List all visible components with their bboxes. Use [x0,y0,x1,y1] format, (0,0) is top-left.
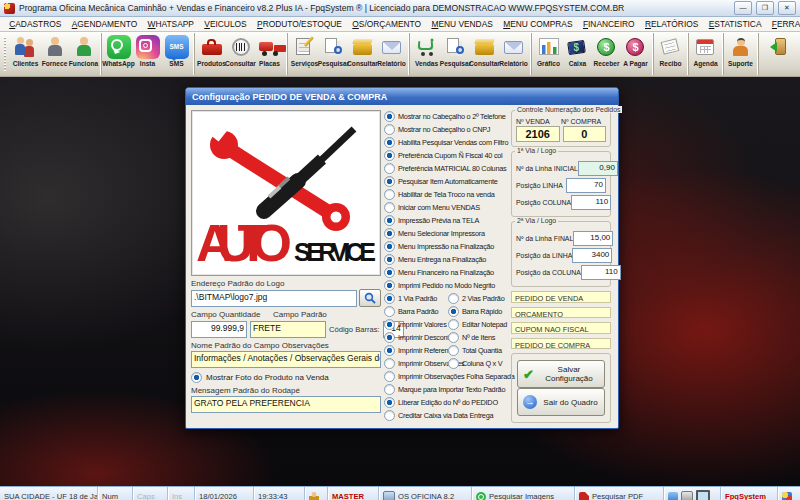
radio-icon[interactable] [384,163,395,174]
document-type-bar[interactable]: PEDIDO DE COMPRA [511,338,611,350]
radio-icon[interactable] [448,293,459,304]
option[interactable]: Total Quantia [448,345,508,356]
menu-item[interactable]: VEICULOS [199,19,252,29]
radio-icon[interactable] [384,397,395,408]
toolbar-button[interactable]: Suporte [723,33,755,75]
option[interactable]: Imprimir Observações [384,358,448,369]
toolbar-button[interactable]: Consultar [470,33,499,75]
menu-item[interactable]: WHATSAPP [142,19,199,29]
radio-icon[interactable] [448,306,459,317]
option[interactable]: Pesquisar Item Automaticamente [384,176,508,187]
toolbar-button[interactable]: A Pagar [621,33,650,75]
option[interactable]: Impressão Prévia na TELA [384,215,508,226]
option[interactable]: Imprimir Observações Folha Separada [384,371,508,382]
toolbar-button[interactable]: Caixa [563,33,592,75]
toolbar-button[interactable] [758,33,790,75]
toolbar-button[interactable]: Relatório [499,33,528,75]
purchase-number-field[interactable]: 0 [563,126,607,142]
radio-icon[interactable] [384,384,395,395]
toolbar-button[interactable]: Agenda [688,33,720,75]
footer-message-field[interactable]: GRATO PELA PREFERENCIA [191,396,381,413]
option[interactable]: Mostrar no Cabeçalho o 2º Telefone [384,111,508,122]
radio-icon[interactable] [384,293,395,304]
menu-item[interactable]: ESTATISTICA [704,19,767,29]
option[interactable]: Menu Selecionar Impressora [384,228,508,239]
toolbar-button[interactable]: Produtos [194,33,226,75]
option[interactable]: Editar Notepad [448,319,508,330]
menu-item[interactable]: MENU COMPRAS [498,19,578,29]
toolbar-button[interactable]: Recibo [653,33,685,75]
option[interactable]: 2 Vias Padrão [448,293,508,304]
dialog-title-bar[interactable]: Configuração PEDIDO DE VENDA & COMPRA [186,88,618,105]
radio-icon[interactable] [384,241,395,252]
default-field-value[interactable]: FRETE [250,321,326,338]
option[interactable]: Iniciar com Menu VENDAS [384,202,508,213]
save-configuration-button[interactable]: ✔ Salvar Configuração [517,360,605,388]
menu-item[interactable]: FERRAMENTAS [767,19,800,29]
observations-name-field[interactable]: Informações / Anotações / Observações Ge… [191,351,381,368]
option[interactable]: Barra Rápido [448,306,508,317]
setting-field[interactable]: 15,00 [573,231,613,246]
radio-icon[interactable] [384,176,395,187]
menu-item[interactable]: RELATÓRIOS [640,19,704,29]
menu-item[interactable]: OS/ORÇAMENTO [347,19,426,29]
radio-icon[interactable] [384,410,395,421]
radio-icon[interactable] [384,345,395,356]
toolbar-grip[interactable] [4,37,9,71]
radio-icon[interactable] [384,215,395,226]
toolbar-button[interactable]: WhatsApp [101,33,133,75]
toolbar-button[interactable]: Insta [133,33,162,75]
toolbar-button[interactable]: Placas [255,33,284,75]
option[interactable]: Marque para Importar Texto Padrão [384,384,508,395]
option[interactable]: Habilita Pesquisar Vendas com Filtro [384,137,508,148]
radio-icon[interactable] [384,254,395,265]
document-type-bar[interactable]: CUPOM NAO FISCAL [511,322,611,334]
option[interactable]: Imprimir Referencia [384,345,448,356]
toolbar-button[interactable]: Consultar [226,33,255,75]
radio-icon[interactable] [448,332,459,343]
radio-icon[interactable] [448,345,459,356]
menu-item[interactable]: FINANCEIRO [578,19,640,29]
radio-icon[interactable] [384,358,395,369]
toolbar-button[interactable]: Pesquisar [319,33,348,75]
logo-path-field[interactable]: .\BITMAP\logo7.jpg [191,290,357,307]
option[interactable]: Preferência MATRICIAL 80 Colunas [384,163,508,174]
close-button[interactable]: ✕ [778,1,796,15]
toolbar-button[interactable]: Consultar [348,33,377,75]
option[interactable]: Menu Entrega na Finalização [384,254,508,265]
sale-number-field[interactable]: 2106 [516,126,560,142]
option[interactable]: Creditar Caixa via Data Entrega [384,410,508,421]
exit-dialog-button[interactable]: → Sair do Quadro [517,388,605,416]
radio-icon[interactable] [384,371,395,382]
document-type-bar[interactable]: ORCAMENTO [511,307,611,319]
monitor-icon[interactable] [696,490,710,500]
folder-icon[interactable] [668,492,678,500]
option[interactable]: Menu Impressão na Finalização [384,241,508,252]
setting-field[interactable]: 70 [566,178,606,193]
toolbar-button[interactable]: Pesquisar [441,33,470,75]
setting-field[interactable]: 0,90 [578,161,618,176]
printer-icon[interactable] [681,491,693,500]
toolbar-button[interactable]: Relatório [377,33,406,75]
maximize-button[interactable]: ❐ [756,1,774,15]
menu-item[interactable]: PRODUTO/ESTOQUE [252,19,347,29]
option[interactable]: Menu Financeiro na Finalização [384,267,508,278]
radio-icon[interactable] [384,280,395,291]
setting-field[interactable]: 110 [581,265,621,280]
option[interactable]: 1 Via Padrão [384,293,448,304]
browse-logo-button[interactable] [359,289,381,307]
toolbar-button[interactable]: Receber [592,33,621,75]
radio-icon[interactable] [384,189,395,200]
show-product-photo-radio[interactable] [191,372,202,383]
radio-icon[interactable] [384,150,395,161]
option[interactable]: Liberar Edição do Nº do PEDIDO [384,397,508,408]
radio-icon[interactable] [384,202,395,213]
menu-item[interactable]: AGENDAMENTO [67,19,143,29]
menu-item[interactable]: MENU VENDAS [426,19,498,29]
radio-icon[interactable] [384,319,395,330]
option[interactable]: Coluna Q x V [448,358,508,369]
toolbar-button[interactable]: Gráfico [531,33,563,75]
search-pdf-shortcut[interactable]: Pesquisar PDF [575,487,664,500]
radio-icon[interactable] [384,111,395,122]
radio-icon[interactable] [448,358,459,369]
